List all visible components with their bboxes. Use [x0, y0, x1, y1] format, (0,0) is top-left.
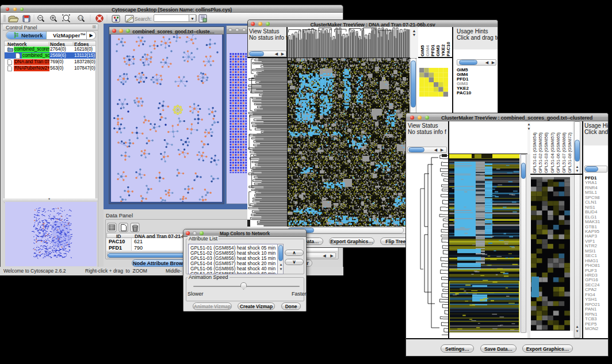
- svg-text:1:1: 1:1: [79, 17, 83, 20]
